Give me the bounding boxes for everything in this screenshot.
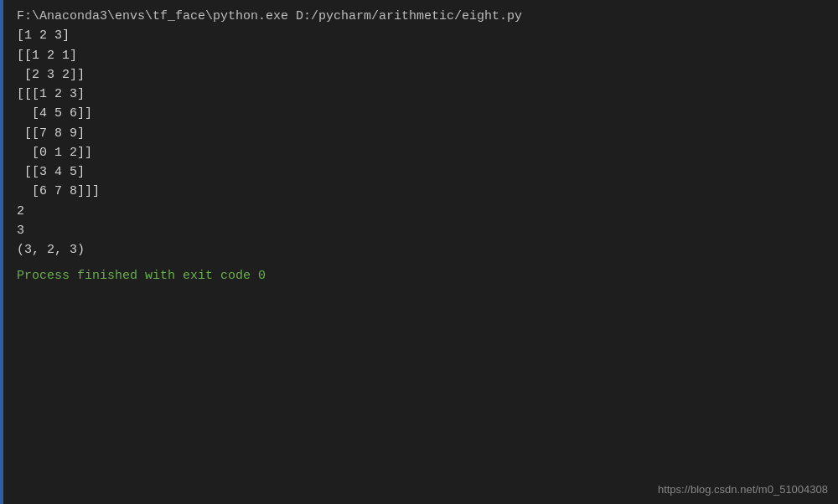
- output-line-1: [1 2 3]: [17, 26, 828, 45]
- output-line-14: (3, 2, 3): [17, 240, 828, 260]
- output-line-13: 3: [17, 221, 828, 240]
- watermark: https://blog.csdn.net/m0_51004308: [658, 483, 828, 496]
- output-line-8: [0 1 2]]: [17, 143, 828, 162]
- output-line-3: [2 3 2]]: [17, 65, 828, 85]
- output-line-11: [6 7 8]]]: [17, 182, 828, 201]
- terminal-content: F:\Anaconda3\envs\tf_face\python.exe D:/…: [10, 7, 828, 286]
- output-line-2: [[1 2 1]: [17, 46, 828, 65]
- process-finished-line: Process finished with exit code 0: [17, 266, 828, 285]
- terminal-window: F:\Anaconda3\envs\tf_face\python.exe D:/…: [0, 0, 838, 504]
- output-line-7: [[7 8 9]: [17, 124, 828, 143]
- output-line-10: [[3 4 5]: [17, 162, 828, 182]
- left-accent-bar: [0, 0, 3, 504]
- output-line-5: [4 5 6]]: [17, 104, 828, 123]
- output-line-4: [[[1 2 3]: [17, 85, 828, 104]
- output-line-12: 2: [17, 202, 828, 221]
- command-line: F:\Anaconda3\envs\tf_face\python.exe D:/…: [17, 7, 828, 26]
